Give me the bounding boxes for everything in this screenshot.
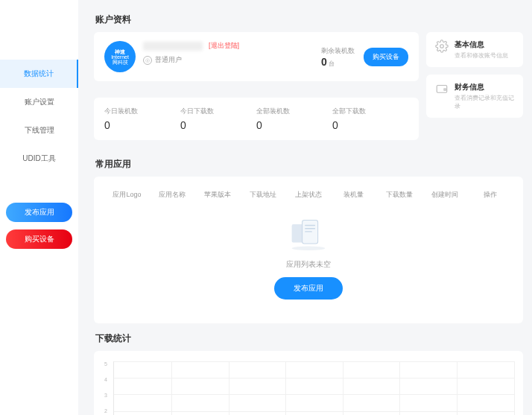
balance-unit: 台: [329, 60, 335, 68]
stat-label: 今日装机数: [104, 107, 180, 116]
main-content: 账户资料 神速 Internet 网科技 [退出登陆] ◎ 普通用户: [85, 0, 532, 415]
info-sub: 查看消费记录和充值记录: [455, 94, 514, 110]
balance-label: 剩余装机数: [321, 46, 355, 56]
sidebar-item-account[interactable]: 账户设置: [0, 88, 78, 116]
chart-card: 5 4 3 2 1 0 2020: [94, 351, 523, 415]
sidebar-item-stats[interactable]: 数据统计: [0, 60, 78, 88]
stat-today-download: 今日下载数 0: [180, 107, 256, 131]
stat-value: 0: [256, 119, 332, 131]
gear-icon: [435, 39, 449, 53]
y-tick: 4: [104, 377, 107, 382]
y-tick: 5: [104, 361, 107, 367]
col-download-url: 下载地址: [241, 190, 286, 200]
y-tick: 3: [104, 393, 107, 398]
y-axis-labels: 5 4 3 2 1 0: [104, 361, 107, 415]
logout-link[interactable]: [退出登陆]: [209, 41, 239, 51]
info-sub: 查看和修改账号信息: [455, 51, 508, 60]
avatar-line3: 网科技: [113, 60, 128, 65]
col-logo: 应用Logo: [104, 190, 150, 200]
sidebar-item-udid[interactable]: UDID工具: [0, 145, 78, 173]
apps-section-title: 常用应用: [94, 158, 523, 171]
stat-value: 0: [332, 119, 408, 131]
username-redacted: [143, 42, 203, 51]
stats-card: 今日装机数 0 今日下载数 0 全部装机数 0 全部下载数 0: [94, 98, 419, 140]
role-label: 普通用户: [155, 55, 182, 65]
col-version: 苹果版本: [195, 190, 241, 200]
publish-app-button[interactable]: 发布应用: [6, 203, 72, 222]
chart-grid: [113, 361, 514, 415]
download-chart: 5 4 3 2 1 0 2020: [113, 361, 514, 415]
stat-value: 0: [104, 119, 180, 131]
col-name: 应用名称: [150, 190, 195, 200]
chart-section-title: 下载统计: [94, 332, 523, 345]
account-section-title: 账户资料: [94, 13, 523, 26]
stat-label: 全部下载数: [332, 107, 408, 116]
basic-info-card[interactable]: 基本信息 查看和修改账号信息: [426, 32, 523, 67]
info-title: 财务信息: [455, 82, 514, 92]
info-title: 基本信息: [455, 39, 508, 50]
col-installs: 装机量: [331, 190, 376, 200]
y-tick: 2: [104, 408, 107, 414]
wallet-icon: [435, 82, 449, 95]
stat-label: 今日下载数: [180, 107, 256, 116]
apps-table-header: 应用Logo 应用名称 苹果版本 下载地址 上架状态 装机量 下载数量 创建时间…: [104, 186, 513, 209]
col-created: 创建时间: [422, 190, 467, 200]
svg-point-0: [440, 45, 444, 48]
apps-card: 应用Logo 应用名称 苹果版本 下载地址 上架状态 装机量 下载数量 创建时间…: [94, 177, 523, 323]
col-actions: 操作: [467, 190, 513, 200]
empty-icon: [282, 215, 335, 252]
account-left-col: 神速 Internet 网科技 [退出登陆] ◎ 普通用户: [94, 32, 419, 149]
role-icon: ◎: [143, 56, 152, 65]
stat-total-download: 全部下载数 0: [332, 107, 408, 131]
avatar-line2: Internet: [111, 54, 129, 60]
stat-value: 0: [180, 119, 256, 131]
balance-value: 0: [321, 56, 327, 68]
svg-point-4: [292, 247, 326, 251]
stat-today-install: 今日装机数 0: [104, 107, 180, 131]
finance-info-card[interactable]: 财务信息 查看消费记录和充值记录: [426, 75, 523, 118]
col-downloads: 下载数量: [376, 190, 422, 200]
empty-text: 应用列表未空: [286, 259, 331, 270]
publish-app-cta[interactable]: 发布应用: [274, 277, 343, 300]
avatar: 神速 Internet 网科技: [104, 41, 136, 72]
sidebar-item-downline[interactable]: 下线管理: [0, 116, 78, 145]
empty-state: 应用列表未空 发布应用: [104, 209, 513, 310]
profile-card: 神速 Internet 网科技 [退出登陆] ◎ 普通用户: [94, 32, 419, 81]
sidebar: 数据统计 账户设置 下线管理 UDID工具 发布应用 购买设备: [0, 0, 78, 415]
avatar-line1: 神速: [115, 49, 125, 54]
info-stack: 基本信息 查看和修改账号信息 财务信息 查看消费记录和充值记录: [426, 32, 523, 149]
stat-label: 全部装机数: [256, 107, 332, 116]
col-status: 上架状态: [286, 190, 332, 200]
stat-total-install: 全部装机数 0: [256, 107, 332, 131]
buy-device-button[interactable]: 购买设备: [6, 229, 72, 249]
buy-device-link[interactable]: 购买设备: [364, 48, 408, 66]
